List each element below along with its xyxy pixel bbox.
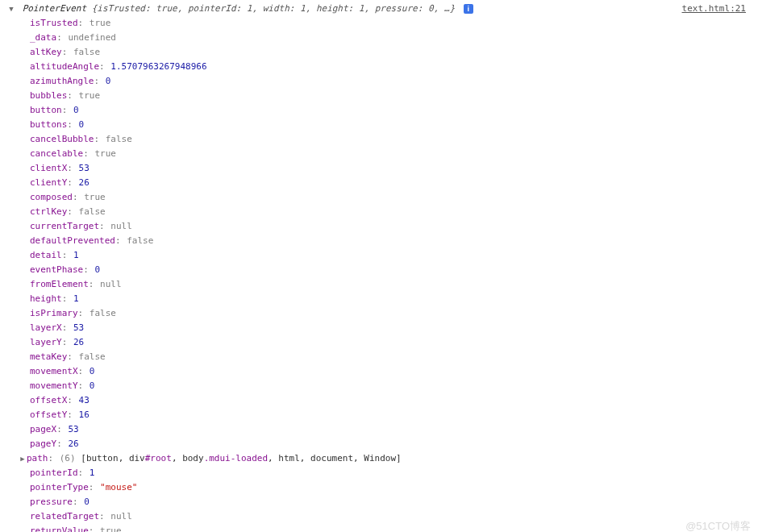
property-row[interactable]: eventPhase: 0 (30, 263, 757, 277)
property-key: metaKey (30, 351, 67, 362)
property-value: 26 (73, 337, 84, 347)
property-row[interactable]: pageX: 53 (30, 422, 757, 437)
source-link[interactable]: text.html:21 (682, 2, 746, 16)
property-key: pointerType (30, 482, 89, 493)
property-row[interactable]: movementY: 0 (30, 379, 757, 393)
property-key: isTrusted (30, 18, 78, 28)
property-value: 26 (79, 177, 90, 188)
property-row[interactable]: composed: true (30, 190, 757, 205)
property-row[interactable]: defaultPrevented: false (30, 234, 757, 248)
property-key: isPrimary (30, 308, 78, 318)
property-row[interactable]: layerY: 26 (30, 335, 757, 350)
property-row[interactable]: returnValue: true (30, 524, 757, 532)
property-key: offsetX (30, 395, 67, 405)
property-row[interactable]: movementX: 0 (30, 364, 757, 379)
property-row[interactable]: detail: 1 (30, 248, 757, 263)
property-row[interactable]: fromElement: null (30, 277, 757, 292)
property-row[interactable]: offsetX: 43 (30, 393, 757, 408)
property-row[interactable]: layerX: 53 (30, 321, 757, 335)
property-row[interactable]: azimuthAngle: 0 (30, 74, 757, 89)
property-row[interactable]: pointerId: 1 (30, 466, 757, 480)
object-summary[interactable]: PointerEvent {isTrusted: true, pointerId… (23, 3, 460, 14)
property-value: true (79, 90, 101, 101)
property-key: defaultPrevented (30, 235, 115, 246)
log-summary[interactable]: PointerEvent {isTrusted: true, pointerId… (8, 2, 473, 16)
property-row[interactable]: buttons: 0 (30, 118, 757, 132)
property-key: clientX (30, 163, 67, 173)
property-key: composed (30, 192, 73, 202)
property-value: false (73, 47, 100, 57)
property-key: clientY (30, 177, 67, 188)
property-value: 0 (94, 264, 100, 275)
property-row[interactable]: pointerType: "mouse" (30, 480, 757, 495)
property-row[interactable]: _data: undefined (30, 31, 757, 45)
property-value: undefined (68, 32, 116, 43)
property-value: "mouse" (100, 482, 137, 493)
property-value: false (127, 235, 153, 246)
property-value: 1.5707963267948966 (110, 61, 206, 72)
property-value: null (110, 221, 132, 231)
info-icon[interactable]: i (464, 4, 473, 14)
property-row[interactable]: altitudeAngle: 1.5707963267948966 (30, 60, 757, 74)
property-key: currentTarget (30, 221, 99, 231)
property-value: 16 (79, 409, 90, 420)
property-row[interactable]: isPrimary: false (30, 306, 757, 321)
property-value: 0 (73, 105, 79, 115)
property-value: 53 (73, 322, 84, 333)
property-key: altitudeAngle (30, 61, 99, 72)
property-value: 53 (68, 424, 78, 434)
property-value: true (94, 148, 116, 159)
property-value: false (90, 308, 116, 318)
property-key: layerX (30, 322, 62, 333)
property-key: height (30, 293, 62, 304)
property-value: true (84, 192, 106, 202)
property-key: pageX (30, 424, 56, 434)
property-row[interactable]: path: (6) [button, div#root, body.mdui-l… (19, 451, 757, 466)
property-value: true (90, 18, 111, 28)
property-value: 26 (68, 438, 78, 449)
class-name[interactable]: PointerEvent (23, 3, 86, 14)
property-value: 1 (73, 293, 79, 304)
property-value: null (110, 511, 132, 522)
property-key: bubbles (30, 90, 67, 101)
property-key: movementY (30, 380, 78, 391)
disclosure-triangle-icon[interactable] (8, 2, 15, 16)
property-key: layerY (30, 337, 62, 347)
property-key: pageY (30, 438, 56, 449)
property-value: false (106, 134, 132, 144)
watermark: @51CTO博客 (685, 519, 751, 532)
property-key: cancelable (30, 148, 83, 159)
property-row[interactable]: bubbles: true (30, 89, 757, 103)
array-preview: [button, div#root, body.mdui-loaded, htm… (81, 453, 401, 463)
property-row[interactable]: cancelable: true (30, 147, 757, 161)
property-row[interactable]: button: 0 (30, 103, 757, 118)
property-row[interactable]: offsetY: 16 (30, 408, 757, 422)
property-row[interactable]: metaKey: false (30, 350, 757, 364)
property-row[interactable]: isTrusted: true (30, 16, 757, 31)
property-key: ctrlKey (30, 206, 67, 217)
property-key: buttons (30, 119, 67, 130)
property-key: relatedTarget (30, 511, 99, 522)
property-key: pointerId (30, 468, 78, 478)
property-row[interactable]: ctrlKey: false (30, 205, 757, 219)
property-value: 0 (90, 380, 95, 391)
disclosure-triangle-icon[interactable] (19, 451, 26, 466)
property-row[interactable]: currentTarget: null (30, 219, 757, 234)
property-row[interactable]: height: 1 (30, 292, 757, 306)
property-row[interactable]: clientY: 26 (30, 176, 757, 190)
property-value: 0 (84, 497, 90, 507)
property-row[interactable]: pressure: 0 (30, 495, 757, 509)
property-key: path (27, 453, 48, 463)
property-row[interactable]: clientX: 53 (30, 161, 757, 176)
property-key: offsetY (30, 409, 67, 420)
property-row[interactable]: relatedTarget: null (30, 509, 757, 524)
property-value: 53 (79, 163, 90, 173)
property-row[interactable]: altKey: false (30, 45, 757, 60)
property-row[interactable]: pageY: 26 (30, 437, 757, 451)
console-panel: PointerEvent {isTrusted: true, pointerId… (0, 0, 762, 532)
property-key: azimuthAngle (30, 76, 94, 86)
property-list: isTrusted: true_data: undefinedaltKey: f… (0, 16, 757, 532)
property-row[interactable]: cancelBubble: false (30, 132, 757, 147)
summary-body: {isTrusted: true, pointerId: 1, width: 1… (92, 3, 455, 14)
property-value: 0 (90, 366, 95, 376)
